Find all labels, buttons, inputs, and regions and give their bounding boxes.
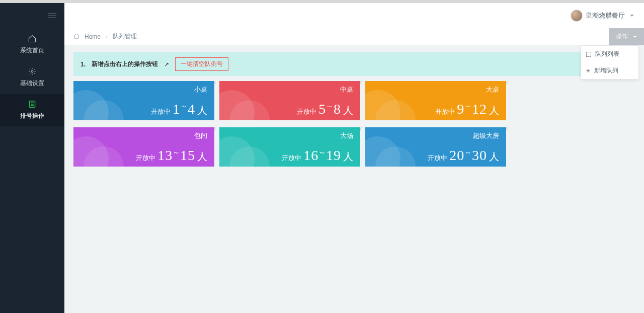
card-range: 16~19 xyxy=(303,147,341,164)
dropdown-item-label: 队列列表 xyxy=(595,50,619,58)
chevron-down-icon xyxy=(633,36,637,38)
action-dropdown: 队列列表 + 新增队列 xyxy=(581,45,639,80)
notice-bar: 1. 新增点击右上的操作按钮 ↗ 一键清空队例号 xyxy=(73,52,635,76)
card-title: 小桌 xyxy=(80,85,207,94)
card-status: 开放中 xyxy=(297,107,316,116)
app-layout: 系统首页 基础设置 排号操作 皇潮烧腊餐厅 xyxy=(0,3,644,313)
notice-prefix: 1. xyxy=(80,61,86,68)
sidebar-item-settings[interactable]: 基础设置 xyxy=(0,61,64,94)
card-range: 9~12 xyxy=(457,101,487,117)
card-status: 开放中 xyxy=(428,153,447,163)
card-wrap: ×超级大房开放中20~30人 xyxy=(365,127,506,167)
card-range: 5~8 xyxy=(318,101,341,117)
card-title: 大桌 xyxy=(372,85,499,94)
chevron-down-icon xyxy=(630,15,634,17)
sidebar-item-home[interactable]: 系统首页 xyxy=(0,28,64,61)
home-icon-small xyxy=(73,33,79,40)
svg-point-0 xyxy=(31,70,33,72)
header: 皇潮烧腊餐厅 xyxy=(64,3,644,28)
card-wrap: ×中桌开放中5~8人 xyxy=(219,81,360,120)
sidebar-toggle[interactable] xyxy=(0,3,64,28)
dropdown-item-list[interactable]: 队列列表 xyxy=(581,46,638,62)
card-wrap: ×小桌开放中1~4人 xyxy=(73,81,214,120)
sidebar-item-queue[interactable]: 排号操作 xyxy=(0,94,64,126)
sidebar-item-label: 排号操作 xyxy=(0,112,64,120)
card-wrap: ×大场开放中16~19人 xyxy=(219,127,360,167)
breadcrumb-bar: Home › 队列管理 操作 队列列表 + 新增队列 xyxy=(64,28,644,45)
gear-icon xyxy=(0,66,64,77)
list-icon xyxy=(0,99,64,110)
expand-icon xyxy=(586,52,591,57)
sidebar: 系统首页 基础设置 排号操作 xyxy=(0,3,64,313)
queue-card[interactable]: 大场开放中16~19人 xyxy=(219,127,360,167)
card-title: 超级大房 xyxy=(372,131,499,140)
sidebar-item-label: 基础设置 xyxy=(0,79,64,88)
plus-icon: + xyxy=(586,67,590,74)
queue-card[interactable]: 包间开放中13~15人 xyxy=(73,127,214,167)
card-status: 开放中 xyxy=(151,107,171,116)
queue-card[interactable]: 大桌开放中9~12人 xyxy=(365,81,506,120)
queue-card[interactable]: 小桌开放中1~4人 xyxy=(73,81,214,120)
card-status: 开放中 xyxy=(136,153,155,163)
avatar xyxy=(571,10,583,22)
card-suffix: 人 xyxy=(489,104,499,117)
home-icon xyxy=(0,33,64,44)
main-area: 皇潮烧腊餐厅 Home › 队列管理 操作 队列列表 xyxy=(64,3,644,313)
card-status: 开放中 xyxy=(282,153,301,163)
card-suffix: 人 xyxy=(197,104,207,117)
queue-card[interactable]: 中桌开放中5~8人 xyxy=(219,81,360,120)
card-range: 1~4 xyxy=(173,101,195,117)
card-grid: ×小桌开放中1~4人×中桌开放中5~8人×大桌开放中9~12人×包间开放中13~… xyxy=(64,81,644,174)
user-menu[interactable]: 皇潮烧腊餐厅 xyxy=(571,10,634,22)
action-button[interactable]: 操作 xyxy=(609,28,644,45)
queue-card[interactable]: 超级大房开放中20~30人 xyxy=(365,127,506,167)
dropdown-item-add[interactable]: + 新增队列 xyxy=(581,62,638,79)
card-title: 包间 xyxy=(80,131,207,140)
card-title: 大场 xyxy=(226,131,353,140)
sidebar-item-label: 系统首页 xyxy=(0,46,64,55)
breadcrumb: Home › 队列管理 xyxy=(73,32,137,41)
card-suffix: 人 xyxy=(343,104,353,117)
card-suffix: 人 xyxy=(489,150,499,164)
card-suffix: 人 xyxy=(197,150,207,164)
clear-queue-button[interactable]: 一键清空队例号 xyxy=(175,57,228,71)
arrow-icon: ↗ xyxy=(164,61,169,68)
breadcrumb-page: 队列管理 xyxy=(113,32,137,41)
dropdown-item-label: 新增队列 xyxy=(594,66,618,75)
card-status: 开放中 xyxy=(435,107,455,116)
user-name: 皇潮烧腊餐厅 xyxy=(586,11,625,20)
breadcrumb-separator: › xyxy=(106,33,108,40)
card-wrap: ×大桌开放中9~12人 xyxy=(365,81,506,120)
card-wrap: ×包间开放中13~15人 xyxy=(73,127,214,167)
action-button-label: 操作 xyxy=(616,32,628,41)
notice-text: 新增点击右上的操作按钮 xyxy=(92,60,158,68)
card-suffix: 人 xyxy=(343,150,353,164)
hamburger-icon xyxy=(48,14,56,18)
card-range: 13~15 xyxy=(157,147,195,164)
breadcrumb-home[interactable]: Home xyxy=(85,33,101,40)
card-range: 20~30 xyxy=(449,147,487,164)
card-title: 中桌 xyxy=(226,85,353,94)
